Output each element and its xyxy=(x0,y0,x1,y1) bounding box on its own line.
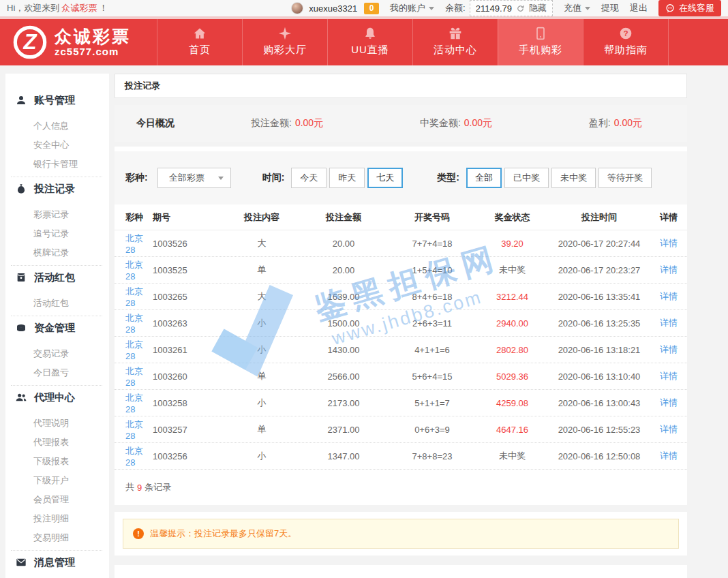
type-filter-button[interactable]: 等待开奖 xyxy=(598,168,652,188)
my-account-menu[interactable]: 我的账户 xyxy=(390,2,434,14)
sidebar-item[interactable]: 活动红包 xyxy=(5,294,109,313)
sidebar-section-title[interactable]: 代理中心 xyxy=(5,388,109,407)
detail-link[interactable]: 详情 xyxy=(660,238,678,248)
sidebar-item[interactable]: 追号记录 xyxy=(5,224,109,243)
sidebar-item[interactable]: 彩票记录 xyxy=(5,205,109,224)
user-avatar[interactable] xyxy=(291,2,303,14)
sidebar-item[interactable]: 投注明细 xyxy=(5,509,109,528)
detail-link[interactable]: 详情 xyxy=(660,291,678,301)
sidebar-item[interactable]: 交易明细 xyxy=(5,528,109,547)
withdraw-link[interactable]: 提现 xyxy=(601,2,619,14)
cell-issue: 1003257 xyxy=(153,425,221,435)
detail-link[interactable]: 详情 xyxy=(660,371,678,381)
count-suffix: 条记录 xyxy=(145,481,171,493)
main-content: 投注记录 今日概况 投注金额:0.00元中奖金额:0.00元盈利:0.00元 彩… xyxy=(115,74,687,578)
nav-item-3[interactable]: UU直播 xyxy=(327,19,412,65)
sidebar-item[interactable]: 个人信息 xyxy=(5,117,109,136)
cell-issue: 1003526 xyxy=(153,239,221,249)
cell-lottery[interactable]: 北京28 xyxy=(115,259,153,282)
gift-icon xyxy=(449,27,462,40)
sidebar-item[interactable]: 今日盈亏 xyxy=(5,363,109,382)
sidebar: 账号管理个人信息安全中心银行卡管理投注记录彩票记录追号记录棋牌记录活动红包活动红… xyxy=(5,74,109,578)
my-account-label: 我的账户 xyxy=(390,2,425,14)
hide-balance-link[interactable]: 隐藏 xyxy=(529,2,547,14)
detail-link[interactable]: 详情 xyxy=(660,451,678,461)
nav-item-5[interactable]: 手机购彩 xyxy=(498,19,583,65)
cell-bet-content: 小 xyxy=(221,397,303,409)
sidebar-section-title[interactable]: 账号管理 xyxy=(5,91,109,110)
site-logo[interactable]: Z 众诚彩票 zc5577.com xyxy=(0,19,157,65)
cell-lottery[interactable]: 北京28 xyxy=(115,339,153,361)
cell-bet-time: 2020-06-16 13:35:41 xyxy=(545,292,654,302)
balance-box: 21149.79 隐藏 xyxy=(470,0,553,16)
sidebar-item[interactable]: 代理说明 xyxy=(5,414,109,433)
nav-item-4[interactable]: 活动中心 xyxy=(412,19,498,65)
cell-lottery[interactable]: 北京28 xyxy=(115,232,153,255)
brand-link[interactable]: 众诚彩票 xyxy=(61,3,97,13)
column-header: 投注时间 xyxy=(545,211,654,224)
records-table: 彩种期号投注内容投注金额开奖号码奖金状态投注时间详情 北京281003526大2… xyxy=(115,204,687,505)
table-header-row: 彩种期号投注内容投注金额开奖号码奖金状态投注时间详情 xyxy=(115,204,687,230)
lottery-select[interactable]: 全部彩票 xyxy=(157,168,231,188)
recharge-menu[interactable]: 充值 xyxy=(564,2,590,14)
nav-item-6[interactable]: ?帮助指南 xyxy=(583,19,668,65)
cell-lottery[interactable]: 北京28 xyxy=(115,312,153,335)
time-filter-button[interactable]: 今天 xyxy=(291,168,327,188)
detail-link[interactable]: 详情 xyxy=(660,424,678,434)
type-filter-button[interactable]: 已中奖 xyxy=(504,168,549,188)
time-filter-button[interactable]: 七天 xyxy=(367,168,403,188)
column-header: 详情 xyxy=(654,211,687,224)
sidebar-item[interactable]: 棋牌记录 xyxy=(5,243,109,262)
sidebar-section-title[interactable]: 消息管理 xyxy=(5,553,109,572)
refresh-icon[interactable] xyxy=(516,4,525,13)
sidebar-item[interactable]: 银行卡管理 xyxy=(5,155,109,174)
time-filter-button[interactable]: 昨天 xyxy=(329,168,365,188)
nav-item-2[interactable]: 购彩大厅 xyxy=(242,19,327,65)
sidebar-item[interactable]: 会员管理 xyxy=(5,490,109,509)
nav-item-label: 手机购彩 xyxy=(519,44,562,57)
sidebar-divider xyxy=(11,265,102,266)
recharge-label: 充值 xyxy=(564,2,581,14)
sidebar-item[interactable]: 下级开户 xyxy=(5,471,109,490)
chevron-down-icon xyxy=(218,177,224,180)
sidebar-section-title[interactable]: 活动红包 xyxy=(5,268,109,287)
cell-lottery[interactable]: 北京28 xyxy=(115,286,153,308)
cell-bet-amount: 2371.00 xyxy=(303,425,384,435)
cell-draw-result: 7+7+4=18 xyxy=(384,239,480,249)
sidebar-item[interactable]: 交易记录 xyxy=(5,344,109,363)
message-count-badge[interactable]: 0 xyxy=(364,3,379,14)
cell-lottery[interactable]: 北京28 xyxy=(115,365,153,388)
username[interactable]: xuexue3321 xyxy=(309,3,357,14)
logout-link[interactable]: 退出 xyxy=(630,2,648,14)
phone-icon xyxy=(534,27,547,40)
chevron-down-icon xyxy=(585,7,590,10)
balance-value: 21149.79 xyxy=(476,3,512,14)
summary-label: 投注金额: xyxy=(251,117,292,128)
online-service-button[interactable]: 在线客服 xyxy=(658,0,721,16)
time-filter-group: 今天昨天七天 xyxy=(291,168,403,188)
notice-panel: ! 温馨提示：投注记录最多只保留7天。 xyxy=(115,512,687,556)
type-filter-button[interactable]: 全部 xyxy=(466,168,502,188)
sidebar-section-title[interactable]: 投注记录 xyxy=(5,179,109,198)
cell-lottery[interactable]: 北京28 xyxy=(115,445,153,468)
cell-lottery[interactable]: 北京28 xyxy=(115,392,153,414)
type-filter-button[interactable]: 未中奖 xyxy=(551,168,596,188)
svg-text:Z: Z xyxy=(22,30,37,54)
nav-item-1[interactable]: 首页 xyxy=(157,19,242,65)
detail-link[interactable]: 详情 xyxy=(660,344,678,354)
column-header: 期号 xyxy=(153,211,221,224)
sidebar-item[interactable]: 代理报表 xyxy=(5,433,109,452)
sidebar-section-label: 资金管理 xyxy=(34,322,75,335)
lottery-select-value: 全部彩票 xyxy=(169,172,204,184)
detail-link[interactable]: 详情 xyxy=(660,318,678,328)
cell-lottery[interactable]: 北京28 xyxy=(115,419,153,441)
sidebar-item[interactable]: 安全中心 xyxy=(5,136,109,155)
detail-link[interactable]: 详情 xyxy=(660,397,678,408)
detail-link[interactable]: 详情 xyxy=(660,264,678,275)
sidebar-divider xyxy=(11,316,102,316)
service-label: 在线客服 xyxy=(679,2,714,14)
notice-box: ! 温馨提示：投注记录最多只保留7天。 xyxy=(123,519,679,549)
type-filter-label: 类型: xyxy=(437,172,459,184)
sidebar-section-title[interactable]: 资金管理 xyxy=(5,318,109,337)
sidebar-item[interactable]: 下级报表 xyxy=(5,452,109,471)
